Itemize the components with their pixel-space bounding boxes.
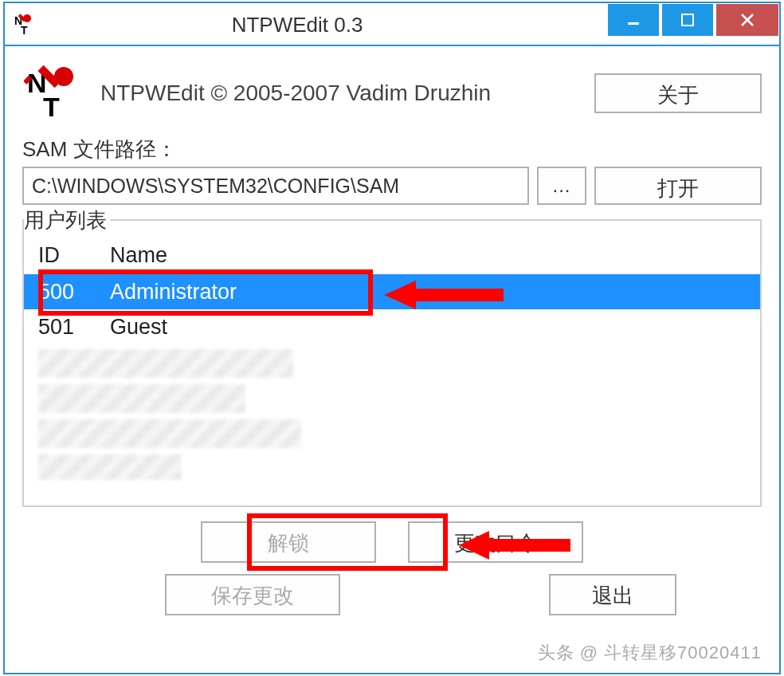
cell-id: 500 [38,280,110,305]
save-changes-button[interactable]: 保存更改 [165,574,340,615]
svg-rect-4 [628,22,639,25]
user-list-label: 用户列表 [24,206,110,234]
app-icon: N T [5,3,37,45]
sam-path-input[interactable] [22,167,529,205]
titlebar: N T NTPWEdit 0.3 [5,3,779,46]
header-name: Name [110,243,760,268]
list-row-guest[interactable]: 501 Guest [24,309,760,344]
close-button[interactable] [715,3,779,37]
content-area: N T NTPWEdit © 2005-2007 Vadim Druzhin 关… [5,46,779,631]
about-row: N T NTPWEdit © 2005-2007 Vadim Druzhin 关… [22,62,762,124]
svg-text:T: T [21,24,28,36]
list-header: ID Name [24,237,760,274]
sam-path-label: SAM 文件路径： [22,136,762,163]
action-row-1: 解锁 更改口令 [22,521,762,563]
browse-button[interactable]: ... [537,167,586,205]
svg-rect-5 [682,14,693,26]
list-row-administrator[interactable]: 500 Administrator [24,274,760,309]
user-list-group: 用户列表 ID Name 500 Administrator 501 Guest [22,219,762,507]
action-row-2: 保存更改 退出 [22,574,762,615]
maximize-button[interactable] [661,3,714,37]
censored-row [38,454,182,480]
watermark-text: 头条 @ 斗转星移70020411 [538,641,762,665]
cell-name: Administrator [110,280,760,305]
list-body[interactable]: 500 Administrator 501 Guest [24,274,760,505]
cell-id: 501 [38,315,110,340]
app-logo-icon: N T [22,62,84,124]
path-row: ... 打开 [22,167,762,205]
unlock-button[interactable]: 解锁 [201,521,376,563]
cell-name: Guest [110,315,760,340]
copyright-text: NTPWEdit © 2005-2007 Vadim Druzhin [100,81,578,106]
svg-text:T: T [43,92,60,122]
exit-button[interactable]: 退出 [549,574,676,615]
app-window: N T NTPWEdit 0.3 N T [3,2,781,674]
about-button[interactable]: 关于 [594,73,762,113]
open-button[interactable]: 打开 [594,167,762,205]
change-password-button[interactable]: 更改口令 [408,521,583,563]
window-controls [606,3,779,37]
minimize-button[interactable] [607,3,660,37]
header-id: ID [38,243,110,268]
censored-row [38,349,293,378]
window-title: NTPWEdit 0.3 [37,3,606,45]
censored-row [38,384,245,413]
censored-row [38,419,301,448]
